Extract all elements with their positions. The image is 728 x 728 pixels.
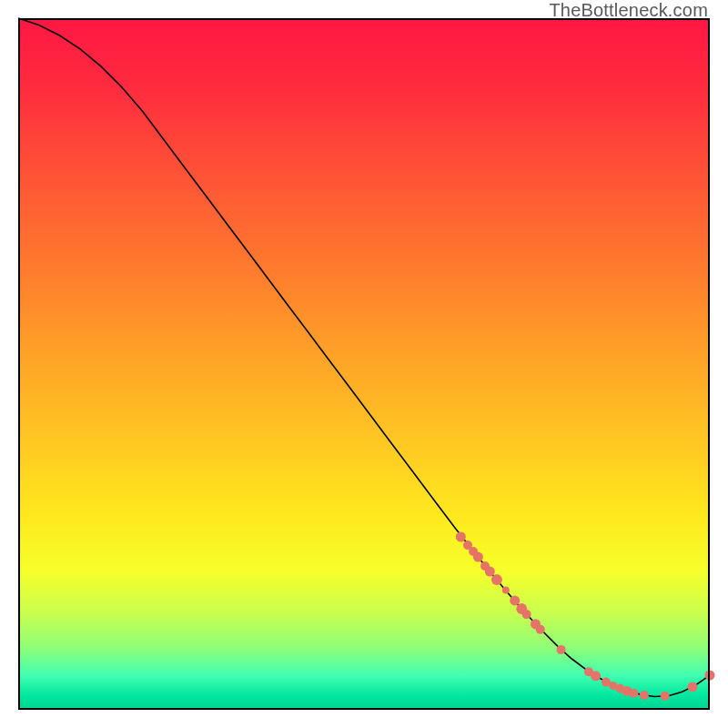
plot-background	[18, 18, 710, 710]
watermark-text: TheBottleneck.com	[549, 0, 708, 21]
chart-container: TheBottleneck.com	[0, 0, 728, 728]
